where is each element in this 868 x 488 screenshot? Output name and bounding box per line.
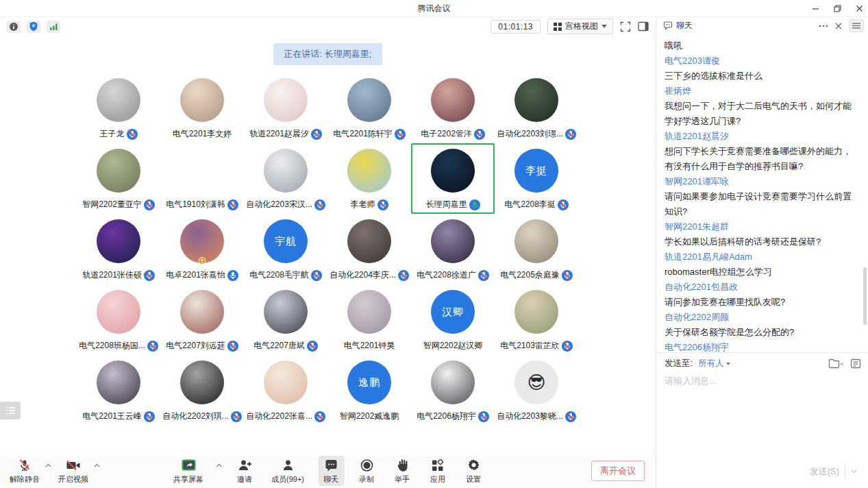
participant-tile[interactable]: 电气2103雷芷欣 bbox=[495, 284, 578, 355]
close-window-button[interactable] bbox=[854, 3, 864, 13]
chat-panel-title: 聊天 bbox=[676, 20, 693, 32]
apps-button[interactable]: 应用 bbox=[425, 456, 451, 486]
minimize-icon bbox=[812, 5, 819, 12]
leave-meeting-button[interactable]: 离开会议 bbox=[591, 461, 645, 481]
chat-sender-name[interactable]: 电气2203谭俊 bbox=[665, 53, 860, 69]
unmute-label: 解除静音 bbox=[10, 474, 40, 485]
send-to-dropdown[interactable]: 所有人 bbox=[698, 358, 731, 369]
audio-options-chevron[interactable] bbox=[45, 463, 51, 467]
raise-hand-button[interactable]: 举手 bbox=[389, 456, 415, 486]
send-button[interactable]: 发送(S) bbox=[804, 463, 845, 480]
chat-close-button[interactable] bbox=[835, 23, 842, 29]
chat-sender-name[interactable]: 智网2201谭军咏 bbox=[665, 174, 860, 189]
participant-avatar bbox=[514, 78, 558, 122]
mic-muted-icon bbox=[377, 199, 388, 210]
chat-sender-name[interactable]: 电气2206杨翔宇 bbox=[665, 340, 860, 352]
share-options-chevron[interactable] bbox=[216, 463, 222, 467]
chat-more-button[interactable] bbox=[819, 25, 828, 27]
members-button[interactable]: 成员(99+) bbox=[267, 456, 308, 486]
chat-message-list[interactable]: 哦吼电气2203谭俊三下乡的选拔标准是什么崔炳烨我想问一下，对于大二后电气的天书… bbox=[656, 34, 868, 352]
participant-tile[interactable]: 电气2206杨翔宇 bbox=[411, 355, 495, 426]
participant-tile[interactable]: 电气1910刘潇韩 bbox=[160, 143, 244, 214]
participant-name: 电气2201李文婷 bbox=[173, 128, 232, 140]
restore-button[interactable] bbox=[832, 3, 842, 13]
side-panel-toggle-button[interactable] bbox=[638, 21, 649, 32]
participant-tile[interactable]: 自动化2202刘琪... bbox=[160, 355, 244, 426]
participant-tile[interactable]: 自动化2204李庆... bbox=[327, 214, 411, 284]
participant-tile[interactable]: 电气2201钟昊 bbox=[327, 284, 411, 355]
fullscreen-button[interactable] bbox=[620, 21, 631, 32]
meeting-top-toolbar: 01:01:13 宫格视图 bbox=[0, 17, 656, 36]
participant-tile[interactable]: 逸鹏智网2202臧逸鹏 bbox=[327, 355, 411, 426]
chat-scrollbar[interactable] bbox=[863, 267, 867, 325]
participant-tile[interactable]: 电气2207唐斌 bbox=[244, 284, 327, 355]
video-options-chevron[interactable] bbox=[94, 463, 100, 467]
security-button[interactable] bbox=[27, 21, 40, 33]
participant-tile[interactable]: 电气2208徐道广 bbox=[411, 214, 495, 284]
close-icon bbox=[856, 5, 863, 12]
minimize-button[interactable] bbox=[810, 3, 820, 13]
settings-button[interactable]: 设置 bbox=[460, 456, 486, 486]
participant-name: 王子龙 bbox=[100, 128, 125, 140]
chat-sender-name[interactable]: 崔炳烨 bbox=[665, 84, 860, 99]
chat-message-input[interactable] bbox=[656, 372, 868, 463]
participant-name: 电气2205佘庭豫 bbox=[500, 269, 560, 281]
participant-tile[interactable]: 王子龙 bbox=[77, 73, 160, 143]
invite-button[interactable]: 邀请 bbox=[232, 456, 258, 486]
participant-name-row: 自动化2204李庆... bbox=[330, 269, 409, 281]
participant-tile[interactable]: 轨道2201张佳硕 bbox=[77, 214, 160, 284]
participant-tile[interactable]: 汉卿智网2202赵汉卿 bbox=[411, 284, 495, 355]
participant-tile[interactable]: 自动化2203宋汉... bbox=[244, 143, 327, 214]
participant-tile[interactable]: 李挺电气2208李挺 bbox=[495, 143, 578, 214]
raise-hand-icon bbox=[396, 459, 408, 472]
participant-tile[interactable]: 电气2201李文婷 bbox=[160, 73, 244, 143]
network-quality-button[interactable] bbox=[47, 21, 60, 33]
participant-avatar: 汉卿 bbox=[431, 290, 475, 334]
participant-tile[interactable]: 李老师 bbox=[327, 143, 411, 214]
record-button[interactable]: 录制 bbox=[354, 456, 380, 486]
chat-sender-name[interactable]: 轨道2201赵晨汐 bbox=[665, 129, 860, 144]
participant-name-row: 电气2201钟昊 bbox=[344, 340, 395, 352]
view-mode-label: 宫格视图 bbox=[565, 21, 598, 32]
member-list-handle[interactable] bbox=[0, 402, 21, 419]
participant-name: 电气2201钟昊 bbox=[344, 340, 395, 352]
start-video-button[interactable]: 开启视频 bbox=[54, 456, 92, 486]
share-screen-button[interactable]: 共享屏幕 bbox=[169, 456, 208, 486]
participant-tile[interactable]: 电气2208班杨国... bbox=[77, 284, 160, 355]
unmute-button[interactable]: 解除静音 bbox=[5, 456, 44, 486]
participant-avatar bbox=[97, 78, 140, 122]
participant-tile[interactable]: 电气2207刘远莛 bbox=[160, 284, 244, 355]
send-options-chevron[interactable] bbox=[845, 469, 860, 474]
participant-tile[interactable]: 自动化2202张嘉... bbox=[244, 355, 327, 426]
participant-avatar bbox=[180, 78, 224, 122]
participant-tile[interactable]: 电子2202管洋 bbox=[411, 73, 495, 143]
participant-tile[interactable]: 电气2205佘庭豫 bbox=[495, 214, 578, 284]
participant-tile[interactable]: 电气2201王云峰 bbox=[77, 355, 160, 426]
participant-name: 智网2202董亚宁 bbox=[82, 199, 142, 210]
participant-tile[interactable]: 自动化2203刘璟... bbox=[495, 73, 578, 143]
view-controls: 01:01:13 宫格视图 bbox=[491, 19, 649, 34]
chat-button[interactable]: 聊天 bbox=[318, 456, 344, 486]
participant-tile[interactable]: 长理周嘉里 bbox=[411, 143, 495, 214]
participant-tile[interactable]: 宇航电气2208毛宇航 bbox=[244, 214, 327, 284]
participant-avatar bbox=[347, 149, 391, 193]
chat-sender-name[interactable]: 轨道2201易凡峻Adam bbox=[665, 249, 860, 265]
view-mode-dropdown[interactable]: 宫格视图 bbox=[547, 19, 613, 34]
chat-sender-name[interactable]: 智网2201朱超群 bbox=[665, 219, 860, 234]
participant-tile[interactable]: 智网2202董亚宁 bbox=[77, 143, 160, 214]
participant-tile[interactable]: 轨道2201赵晨汐 bbox=[244, 73, 327, 143]
announcement-button[interactable] bbox=[850, 358, 861, 369]
chat-history-button[interactable] bbox=[828, 358, 843, 369]
participant-tile[interactable]: 😎自动化2203黎晓... bbox=[495, 355, 578, 426]
chat-sender-name[interactable]: 自动化2202周颜 bbox=[665, 310, 860, 325]
participant-tile[interactable]: 电气2201陈轩宇 bbox=[327, 73, 411, 143]
chat-sender-name[interactable]: 自动化2201包昌政 bbox=[665, 280, 860, 295]
participant-avatar bbox=[431, 78, 475, 122]
meeting-info-button[interactable] bbox=[7, 21, 21, 33]
participant-tile[interactable]: 电卓2201张嘉怡 bbox=[160, 214, 244, 284]
participant-avatar bbox=[180, 219, 224, 263]
chat-message-text: 学长如果以后搞科研的话考研还是保研? bbox=[665, 234, 860, 249]
chat-menu-button[interactable] bbox=[849, 19, 864, 32]
mic-muted-icon bbox=[562, 270, 573, 281]
camera-off-icon bbox=[66, 459, 81, 472]
